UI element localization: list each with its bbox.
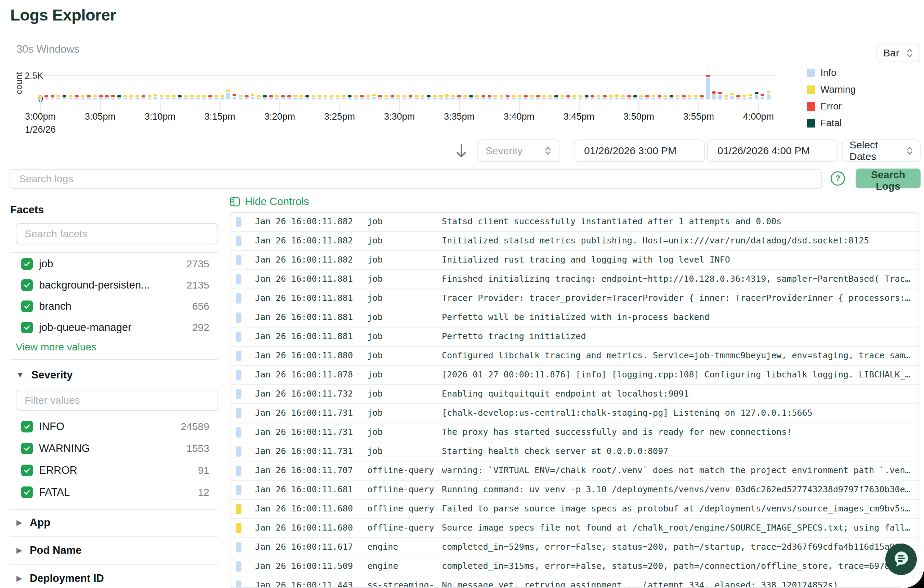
log-row[interactable]: Jan 26 16:00:11.881jobTracer Provider: t… — [231, 289, 919, 308]
bar-segment-info — [124, 98, 127, 99]
facet-row-branch[interactable]: branch656 — [10, 296, 218, 317]
bar-segment-info — [366, 98, 370, 99]
hide-controls-label: Hide Controls — [245, 196, 309, 208]
search-logs-button[interactable]: Search Logs — [856, 168, 921, 188]
select-dates-dropdown[interactable]: Select Dates — [842, 140, 921, 162]
view-more-values-link[interactable]: View more values — [16, 341, 96, 353]
bar-segment-warning — [615, 94, 619, 97]
chat-widget-button[interactable] — [885, 544, 917, 575]
log-row[interactable]: Jan 26 16:00:11.509enginecompleted_in=31… — [231, 557, 919, 576]
chart-bar — [129, 95, 133, 99]
bar-segment-info — [670, 98, 673, 99]
search-logs-input[interactable] — [10, 169, 822, 189]
log-row[interactable]: Jan 26 16:00:11.878job[2026-01-27 00:00:… — [231, 366, 919, 385]
log-row[interactable]: Jan 26 16:00:11.680offline-querySource i… — [231, 519, 919, 538]
chart-bar — [742, 95, 746, 99]
checkbox-checked[interactable] — [21, 486, 33, 498]
bar-segment-warning — [500, 95, 503, 97]
bar-segment-info — [287, 98, 291, 99]
severity-chip-info — [236, 446, 241, 457]
chart-bar — [627, 95, 631, 99]
severity-chip-info — [236, 274, 241, 285]
facet-row-job-queue-manager[interactable]: job-queue-manager292 — [10, 317, 218, 338]
facet-section-deployment-id[interactable]: ▶Deployment ID — [16, 571, 104, 586]
severity-filter-select[interactable]: Severity — [477, 140, 559, 162]
checkbox-checked[interactable] — [21, 421, 33, 432]
checkbox-checked[interactable] — [21, 300, 33, 312]
log-row[interactable]: Jan 26 16:00:11.731jobThe proxy has star… — [231, 423, 919, 442]
facet-row-background-persisten-[interactable]: background-persisten...2135 — [10, 275, 218, 296]
log-row[interactable]: Jan 26 16:00:11.881jobFinished initializ… — [231, 270, 919, 289]
log-row[interactable]: Jan 26 16:00:11.881jobPerfetto tracing i… — [231, 328, 919, 347]
bar-segment-info — [160, 98, 163, 99]
facet-section-app[interactable]: ▶App — [16, 515, 50, 530]
facets-title: Facets — [10, 204, 44, 216]
chart-bar — [639, 95, 643, 99]
facet-row-job[interactable]: job2735 — [10, 253, 218, 275]
log-row[interactable]: Jan 26 16:00:11.680offline-queryFailed t… — [231, 500, 919, 519]
bar-segment-info — [548, 98, 552, 99]
checkbox-checked[interactable] — [21, 258, 33, 270]
log-service: ss-streaming- — [367, 580, 434, 588]
sort-direction-icon[interactable] — [454, 143, 469, 161]
log-message: Enabling quitquitquit endpoint at localh… — [442, 389, 915, 399]
facet-row-warning[interactable]: WARNING1553 — [10, 438, 218, 460]
bar-segment-warning — [518, 95, 521, 97]
log-row[interactable]: Jan 26 16:00:11.731job[chalk-develop:us-… — [231, 404, 919, 423]
help-icon[interactable]: ? — [831, 171, 845, 186]
chart-bar — [166, 95, 170, 99]
checkbox-checked[interactable] — [21, 322, 33, 333]
checkbox-checked[interactable] — [21, 443, 33, 455]
log-row[interactable]: Jan 26 16:00:11.731jobStarting health ch… — [231, 442, 919, 461]
x-axis-tick-label: 4:00pm — [733, 112, 784, 122]
facet-row-error[interactable]: ERROR91 — [10, 460, 218, 481]
chart-bar — [251, 94, 254, 99]
bar-segment-info — [269, 98, 273, 99]
log-row[interactable]: Jan 26 16:00:11.443ss-streaming-No messa… — [231, 576, 919, 588]
log-message: Finished initializing tracing: endpoint=… — [442, 274, 915, 284]
log-row[interactable]: Jan 26 16:00:11.882jobInitialized rust t… — [231, 251, 919, 270]
severity-chip-info — [236, 293, 241, 303]
log-service: offline-query — [367, 523, 434, 533]
facet-row-info[interactable]: INFO24589 — [10, 416, 218, 438]
log-row[interactable]: Jan 26 16:00:11.882jobInitialized statsd… — [231, 232, 919, 251]
chart-bar — [142, 95, 145, 99]
bar-segment-info — [652, 98, 655, 99]
hide-controls-toggle[interactable]: Hide Controls — [230, 196, 309, 208]
bar-segment-info — [153, 97, 157, 99]
bar-segment-info — [148, 98, 152, 99]
log-service: job — [367, 427, 383, 437]
log-row[interactable]: Jan 26 16:00:11.732jobEnabling quitquitq… — [231, 385, 919, 404]
bar-segment-info — [245, 98, 249, 99]
bar-segment-warning — [652, 95, 655, 97]
date-to-input[interactable]: 01/26/2026 4:00 PM — [707, 140, 838, 162]
log-row[interactable]: Jan 26 16:00:11.881jobPerfetto will be i… — [231, 308, 919, 328]
log-row[interactable]: Jan 26 16:00:11.617enginecompleted_in=52… — [231, 538, 919, 557]
checkbox-checked[interactable] — [21, 464, 33, 476]
bar-segment-info — [81, 98, 84, 99]
bar-segment-warning — [451, 95, 455, 97]
facet-label: INFO — [39, 420, 181, 433]
facet-row-fatal[interactable]: FATAL12 — [10, 481, 218, 503]
chart-bar — [208, 95, 212, 99]
log-service: job — [367, 216, 383, 226]
checkbox-checked[interactable] — [21, 279, 33, 291]
chart-bar — [239, 95, 243, 99]
severity-section-header[interactable]: ▼ Severity — [16, 367, 73, 382]
bar-segment-info — [518, 98, 521, 99]
log-row[interactable]: Jan 26 16:00:11.681offline-queryRunning … — [231, 481, 919, 500]
bar-segment-info — [354, 98, 358, 99]
bar-segment-info — [184, 98, 188, 99]
chart-bar — [56, 95, 60, 99]
bar-segment-error — [105, 95, 109, 97]
log-row[interactable]: Jan 26 16:00:11.707offline-querywarning:… — [231, 461, 919, 481]
facet-section-pod-name[interactable]: ▶Pod Name — [16, 543, 82, 558]
severity-chip-info — [236, 255, 241, 265]
log-row[interactable]: Jan 26 16:00:11.882jobStatsd client succ… — [231, 212, 919, 232]
log-row[interactable]: Jan 26 16:00:11.880jobConfigured libchal… — [231, 347, 919, 366]
search-facets-input[interactable] — [16, 223, 218, 244]
date-from-input[interactable]: 01/26/2026 3:00 PM — [574, 140, 705, 162]
severity-filter-values-input[interactable] — [16, 390, 218, 411]
chart-bar — [124, 95, 127, 99]
x-axis-date-label: 1/26/26 — [15, 124, 66, 135]
